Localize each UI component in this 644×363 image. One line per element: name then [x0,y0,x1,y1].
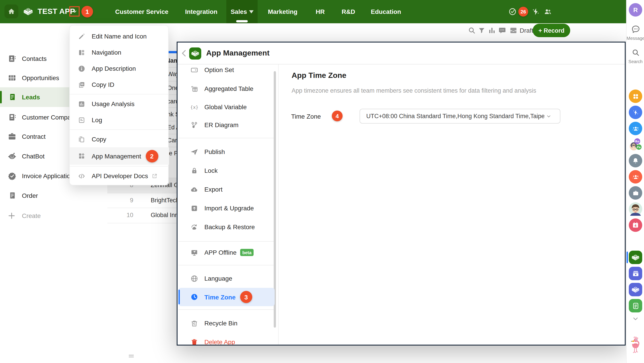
app-logo-icon [23,6,34,17]
menu-item-language[interactable]: Language [178,270,274,286]
opportunities-icon [8,73,16,82]
back-chevron-icon[interactable] [182,50,186,57]
annotation-badge-2: 2 [146,150,158,162]
menu-item-api-docs[interactable]: API Developer Docs [70,168,169,184]
app-management-icon [78,152,86,160]
menu-item-import-upgrade[interactable]: Import & Upgrade [178,200,274,216]
lock-icon [190,167,198,174]
active-indicator [178,290,180,304]
timezone-select-value: UTC+08:00 China Standard Time,Hong Kong … [366,113,544,120]
timezone-select[interactable]: UTC+08:00 China Standard Time,Hong Kong … [360,109,560,124]
menu-item-navigation[interactable]: Navigation [70,44,169,61]
drafts-icon[interactable] [510,27,518,35]
apps-grid-icon[interactable] [629,90,642,103]
briefcase-icon [8,132,16,141]
modal-app-icon [189,47,201,59]
clock-icon [190,293,198,301]
app-menu-trigger[interactable] [69,6,80,17]
record-button[interactable]: + Record [533,24,570,37]
menu-item-app-description[interactable]: App Description [70,61,169,77]
menu-item-backup-restore[interactable]: Backup & Restore [178,219,274,235]
menu-item-export[interactable]: Export [178,181,274,197]
message-label: Message [626,36,644,41]
copy-icon [78,135,86,143]
app-lego-indigo-icon[interactable] [629,283,642,296]
modal-title: App Management [206,49,270,58]
menu-item-recycle-bin[interactable]: Recycle Bin [178,315,274,331]
menu-item-edit-name-icon[interactable]: Edit Name and Icon [70,28,169,44]
app-dropdown-menu: Edit Name and Icon Navigation App Descri… [69,25,168,185]
code-icon [78,172,86,180]
member-avatar[interactable] [629,202,642,216]
bubble-fa: Fa [637,146,641,149]
chevron-down-icon [72,9,77,14]
globe-icon [190,275,198,282]
table-footer-equals-icon [129,354,134,358]
tab-hr[interactable]: HR [316,0,325,23]
billing-icon[interactable] [629,267,642,280]
search-icon[interactable] [468,27,476,35]
top-nav-bar: TEST APP 1 Customer Service Integration … [0,0,626,23]
chevron-down-icon[interactable] [632,315,639,322]
notification-bell-icon[interactable] [629,154,642,167]
backup-restore-icon [190,223,198,231]
menu-item-copy[interactable]: Copy [70,131,169,147]
filter-icon[interactable] [478,27,486,35]
tab-rd[interactable]: R&D [342,0,355,23]
cloud-download-icon [190,186,198,193]
search-icon[interactable] [632,48,640,57]
menu-divider [278,65,278,345]
calendar-day: 4 [634,224,636,227]
menu-item-app-management[interactable]: App Management 2 [70,147,169,165]
menu-item-option-set[interactable]: Option Set [178,62,274,78]
delete-trash-icon [190,338,198,345]
tab-education[interactable]: Education [371,0,401,23]
comment-icon[interactable] [498,27,506,35]
menu-item-time-zone[interactable]: Time Zone 3 [178,288,274,306]
tab-customer-service[interactable]: Customer Service [115,0,168,23]
team-blue-icon[interactable] [629,122,642,135]
search-label: Search [626,59,644,64]
contact-bubbles-avatar[interactable]: RoFa [629,138,642,151]
calendar-icon[interactable]: 4 [629,218,642,232]
menu-item-delete-app[interactable]: Delete App [178,334,274,345]
active-indicator [0,91,2,103]
app-management-modal: App Management Option Set Aggregated Tab… [177,42,626,345]
briefcase-icon[interactable] [629,186,642,200]
beta-badge: beta [240,249,254,256]
sidebar-create-button[interactable]: Create [0,206,107,226]
tab-marketing[interactable]: Marketing [268,0,298,23]
plus-icon [8,212,16,220]
home-button[interactable] [4,5,18,18]
menu-item-usage-analysis[interactable]: Usage Analysis [70,96,169,112]
aggregated-table-icon [190,85,198,92]
leads-icon [8,93,16,102]
bg-row-number: 9 [121,197,133,204]
members-icon[interactable] [544,8,552,16]
right-rail: R Message Search RoFa 4 [626,0,644,363]
spark-bolt-icon[interactable] [629,106,642,119]
er-diagram-icon [190,121,198,129]
global-variable-icon: {x} [190,103,198,111]
message-bubble-icon[interactable] [631,25,640,34]
chart-icon[interactable] [488,27,496,35]
spark-bolt-icon[interactable] [532,8,540,16]
menu-item-publish[interactable]: Publish [178,144,274,160]
app-lego-green-icon[interactable] [629,251,642,264]
menu-item-global-variable[interactable]: {x} Global Variable [178,99,274,115]
menu-item-log[interactable]: Log [70,112,169,128]
team-red-icon[interactable] [629,170,642,184]
tab-sales[interactable]: Sales [230,0,247,23]
menu-item-aggregated-table[interactable]: Aggregated Table [178,81,274,97]
todo-check-icon[interactable] [508,8,516,16]
menu-item-lock[interactable]: Lock [178,162,274,179]
avatar[interactable]: R [629,3,642,17]
menu-item-er-diagram[interactable]: ER Diagram [178,117,274,133]
menu-item-copy-id[interactable]: ID Copy ID [70,77,169,93]
option-set-icon [190,66,198,74]
form-doc-icon[interactable] [629,299,642,312]
sidebar-item-order[interactable]: Order [0,186,107,205]
flamingo-pet[interactable] [628,336,643,354]
tab-integration[interactable]: Integration [185,0,218,23]
menu-item-app-offline[interactable]: APP Offline beta [178,244,274,260]
